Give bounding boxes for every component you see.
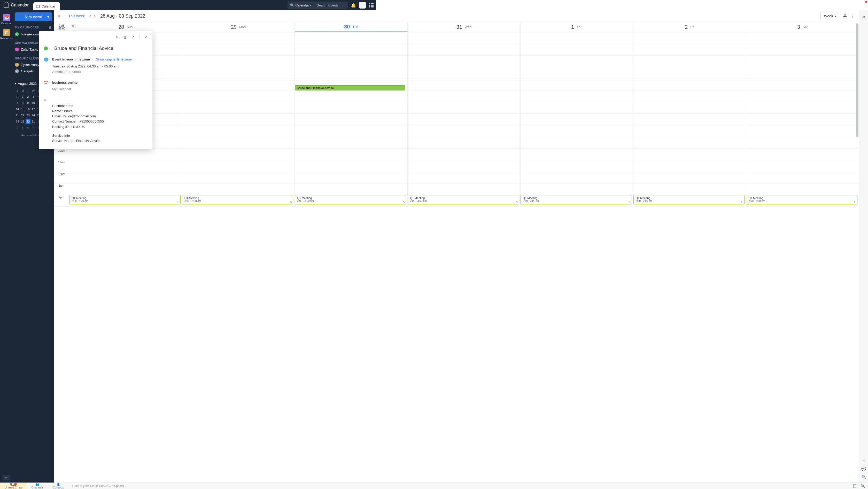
- desc-line: Contact Number : +915555555555: [52, 119, 147, 124]
- time-cell[interactable]: [295, 160, 376, 172]
- header-right: 🔍 Calendar ▾ 🔔: [287, 2, 376, 9]
- next-week-button[interactable]: ›: [93, 13, 97, 20]
- day-header-cell[interactable]: 30Tue: [295, 22, 376, 32]
- time-cell[interactable]: [295, 184, 376, 195]
- mini-day[interactable]: 29: [21, 119, 25, 124]
- rail-resources[interactable]: ◧ Resources: [0, 27, 13, 41]
- mini-day[interactable]: 4: [15, 125, 20, 130]
- mini-day[interactable]: 16: [26, 106, 30, 112]
- prev-week-button[interactable]: ‹: [88, 13, 92, 20]
- chevron-down-icon: ▾: [15, 82, 16, 85]
- repeat-icon: ↻: [290, 201, 292, 204]
- mini-day[interactable]: 8: [21, 100, 25, 106]
- time-cell[interactable]: [182, 172, 295, 184]
- mini-day[interactable]: 23: [26, 113, 30, 118]
- description-content: Customer Info Name : Bruce Email : bruce…: [52, 99, 147, 144]
- add-calendar-button[interactable]: ⊕: [49, 25, 52, 29]
- time-cell[interactable]: [182, 44, 295, 56]
- time-cell[interactable]: [295, 149, 376, 160]
- calendar-tab-icon: [36, 5, 40, 8]
- time-cell[interactable]: [182, 56, 295, 67]
- avatar[interactable]: [359, 2, 366, 8]
- time-cell[interactable]: [69, 172, 182, 184]
- mini-day[interactable]: 22: [21, 113, 25, 118]
- time-cell[interactable]: [182, 79, 295, 90]
- time-cell[interactable]: [69, 149, 182, 160]
- time-cell[interactable]: [295, 102, 376, 114]
- apps-grid-icon[interactable]: [369, 3, 374, 7]
- notifications-icon[interactable]: 🔔: [351, 3, 356, 8]
- time-cell[interactable]: [182, 160, 295, 172]
- time-cell[interactable]: [69, 184, 182, 195]
- event-title: Q1 Meeting: [184, 196, 292, 200]
- day-header-cell[interactable]: 29Mon: [182, 22, 295, 32]
- mini-day[interactable]: 10: [31, 100, 36, 106]
- time-cell[interactable]: [295, 172, 376, 184]
- day-name: Mon: [239, 25, 246, 29]
- mini-day[interactable]: 31: [15, 94, 20, 99]
- time-cell[interactable]: [295, 32, 376, 44]
- mini-day[interactable]: 17: [31, 106, 36, 112]
- event-bruce-financial[interactable]: Bruce and Financial Advice: [295, 85, 376, 90]
- time-cell[interactable]: [295, 114, 376, 125]
- time-cell[interactable]: [69, 160, 182, 172]
- mini-day[interactable]: 6: [26, 125, 30, 130]
- mini-day[interactable]: 7: [15, 100, 20, 106]
- close-button[interactable]: ✕: [144, 35, 147, 39]
- mini-day[interactable]: 5: [21, 125, 25, 130]
- time-cell[interactable]: [295, 56, 376, 67]
- new-event-button[interactable]: New event ▾: [15, 12, 52, 21]
- event-q1-meeting[interactable]: Q1 Meeting2:00 - 3:00 pm↻: [69, 195, 181, 205]
- mini-day[interactable]: 21: [15, 113, 20, 118]
- week-number-badge: 35: [71, 24, 76, 28]
- mini-day[interactable]: 30: [26, 119, 30, 124]
- time-cell[interactable]: [295, 44, 376, 56]
- time-cell[interactable]: [182, 137, 295, 149]
- day-header-cell[interactable]: 28Sun: [69, 22, 182, 32]
- open-external-button[interactable]: ↗: [131, 35, 134, 39]
- time-cell[interactable]: [295, 67, 376, 79]
- time-cell[interactable]: [295, 125, 376, 137]
- calendar-zoho-label: Zoho Tasks: [21, 48, 38, 52]
- event-q1-meeting[interactable]: Q1 Meeting2:00 - 3:00 pm↻: [182, 195, 293, 205]
- time-cell[interactable]: [182, 184, 295, 195]
- time-cell[interactable]: [182, 149, 295, 160]
- mini-day[interactable]: 28: [15, 119, 20, 124]
- check-icon: ✓: [15, 48, 19, 52]
- resources-icon: ◧: [3, 29, 10, 36]
- mini-day[interactable]: 2: [26, 94, 30, 99]
- mini-weekday: S: [15, 88, 20, 93]
- time-cell[interactable]: [182, 114, 295, 125]
- time-cell[interactable]: [182, 67, 295, 79]
- mini-day[interactable]: 1: [21, 94, 25, 99]
- mini-day[interactable]: 7: [31, 125, 36, 130]
- event-color-icon[interactable]: [44, 47, 48, 51]
- event-popover: ✎ 🗑 ↗ ✕ ▾ Bruce and Financial Advice 🌐 E…: [39, 31, 152, 149]
- mini-day[interactable]: 15: [21, 106, 25, 112]
- edit-button[interactable]: ✎: [116, 35, 119, 39]
- mini-day[interactable]: 9: [26, 100, 30, 106]
- time-cell[interactable]: [182, 32, 295, 44]
- search-input[interactable]: [314, 3, 348, 7]
- mini-day[interactable]: 3: [31, 94, 36, 99]
- time-cell[interactable]: [182, 90, 295, 102]
- mini-day[interactable]: 14: [15, 106, 20, 112]
- event-time: 2:00 - 3:00 pm: [297, 200, 376, 202]
- search-scope-selector[interactable]: 🔍 Calendar ▾: [287, 3, 314, 7]
- mini-day[interactable]: 31: [31, 119, 36, 124]
- move-icon[interactable]: ✥: [58, 14, 61, 18]
- this-week-button[interactable]: This week: [68, 14, 85, 18]
- hour-label: 11am: [54, 160, 69, 172]
- show-original-tz-link[interactable]: Show original time zone: [96, 57, 132, 61]
- mini-day[interactable]: 24: [31, 113, 36, 118]
- brand-label: Calendar: [11, 3, 29, 8]
- time-cell[interactable]: [182, 125, 295, 137]
- rail-calendar[interactable]: 📅 Calendar: [0, 12, 13, 26]
- event-q1-meeting[interactable]: Q1 Meeting2:00 - 3:00 pm↻: [295, 195, 376, 205]
- delete-button[interactable]: 🗑: [123, 35, 127, 39]
- tab-calendar[interactable]: Calendar: [33, 2, 60, 10]
- time-cell[interactable]: [182, 102, 295, 114]
- time-cell[interactable]: [295, 90, 376, 102]
- time-cell[interactable]: [295, 137, 376, 149]
- section-my-calendars: MY CALENDARS ⊕: [15, 25, 52, 29]
